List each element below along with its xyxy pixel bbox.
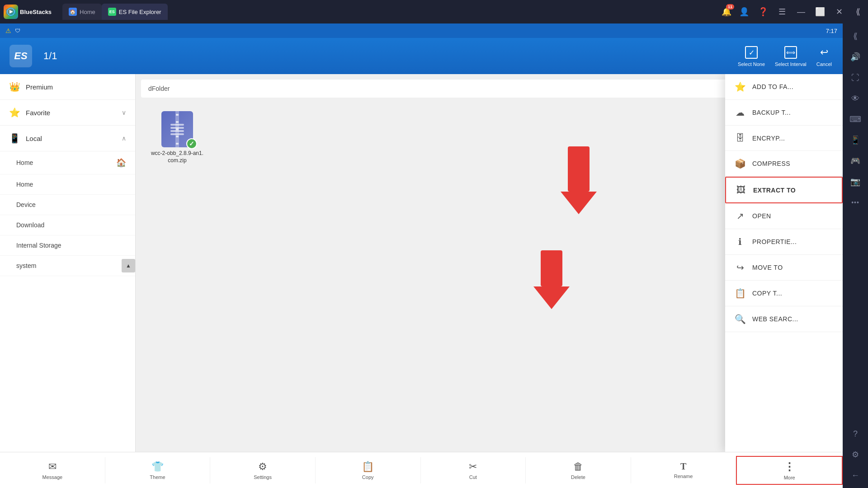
ctx-compress[interactable]: 📦 COMPRESS [725,151,843,177]
theme-icon: 👕 [151,461,164,473]
context-menu: ⭐ ADD TO FA... ☁ BACKUP T... 🗄 ENCRYP... [725,74,843,452]
favorite-chevron-icon: ∨ [122,109,126,116]
sidebar-item-system[interactable]: system ▲ [0,256,135,276]
bs-fullscreen-icon[interactable]: ⛶ [846,69,864,87]
account-icon[interactable]: 👤 [738,5,750,18]
local-icon: 📱 [9,133,20,144]
status-time: 7:17 [826,28,837,34]
delete-icon: 🗑 [573,461,583,473]
rename-button[interactable]: T Rename [631,458,736,483]
select-none-icon: ✓ [744,45,759,60]
bs-phone-icon[interactable]: 📱 [846,131,864,149]
ctx-move-icon: ↪ [734,262,746,273]
header-actions: ✓ Select None ⟺ Select Interval ↩ [734,43,835,69]
ctx-move-to[interactable]: ↪ MOVE TO [725,255,843,281]
file-selected-badge: ✓ [186,138,197,149]
home-tab-icon: 🏠 [69,8,77,16]
ctx-search-icon: 🔍 [734,314,746,324]
ctx-open-icon: ↗ [734,211,746,221]
settings-button[interactable]: ⚙ Settings [210,457,316,483]
tab-es-file-explorer[interactable]: ES ES File Explorer [102,4,168,20]
bs-camera-icon[interactable]: 📷 [846,173,864,191]
sidebar-item-home2[interactable]: Home [0,174,135,195]
notification-bell[interactable]: 🔔 11 [722,7,731,17]
android-status-bar: ⚠ 🛡 7:17 [0,23,843,38]
nav-sidebar: 👑 Premium ⭐ Favorite ∨ 📱 Local ∧ [0,74,136,452]
notification-count: 11 [726,4,734,9]
local-chevron-icon: ∧ [122,135,126,142]
more-icon: ⋮ [784,460,795,473]
select-interval-button[interactable]: ⟺ Select Interval [771,43,810,69]
cancel-button[interactable]: ↩ Cancel [813,43,835,69]
current-path: dFolder [148,85,170,92]
file-name-label: wcc-2-obb_2.8.9-an1.com.zip [150,150,204,164]
collapse-icon[interactable]: ⟪ [852,5,864,18]
bs-more-dots-icon[interactable]: ••• [846,193,864,211]
bottom-toolbar: ✉ Message 👕 Theme ⚙ Settings 📋 Copy ✂ [0,452,843,488]
ctx-extract-to[interactable]: 🖼 EXTRACT TO [725,177,843,203]
delete-button[interactable]: 🗑 Delete [526,457,631,483]
bluestacks-logo: BlueStacks [4,5,59,19]
sidebar-item-home1[interactable]: Home 🏠 [0,151,135,174]
ctx-backup[interactable]: ☁ BACKUP T... [725,100,843,126]
close-button[interactable]: ✕ [833,5,845,18]
select-interval-icon: ⟺ [783,45,798,60]
file-item-zip[interactable]: ✓ wcc-2-obb_2.8.9-an1.com.zip [146,107,209,169]
ctx-properties-icon: ℹ [734,236,746,247]
sidebar-item-local[interactable]: 📱 Local ∧ [0,126,135,151]
ctx-open[interactable]: ↗ OPEN [725,203,843,229]
es-tab-icon: ES [108,8,116,16]
bs-gamepad-icon[interactable]: 🎮 [846,152,864,170]
bs-help-icon[interactable]: ? [846,425,864,443]
title-bar-controls: 🔔 11 👤 ❓ ☰ — ⬜ ✕ ⟪ [722,5,864,18]
favorite-icon: ⭐ [9,107,20,118]
sidebar-item-device[interactable]: Device [0,195,135,215]
bs-volume-icon[interactable]: 🔊 [846,48,864,66]
copy-icon: 📋 [362,461,374,473]
copy-button[interactable]: 📋 Copy [316,457,421,483]
ctx-copy-to[interactable]: 📋 COPY T... [725,281,843,306]
message-button[interactable]: ✉ Message [0,457,105,483]
message-icon: ✉ [48,461,57,473]
minimize-button[interactable]: — [795,5,807,18]
ctx-properties[interactable]: ℹ PROPERTIE... [725,229,843,255]
bluestacks-name: BlueStacks [20,9,52,15]
shield-icon: 🛡 [15,28,20,34]
ctx-encrypt-icon: 🗄 [734,133,746,143]
restore-button[interactable]: ⬜ [814,5,826,18]
cancel-icon: ↩ [817,45,831,60]
rename-icon: T [680,461,686,472]
ctx-backup-icon: ☁ [734,107,746,118]
menu-icon[interactable]: ☰ [776,5,788,18]
select-none-button[interactable]: ✓ Select None [734,43,769,69]
title-bar: BlueStacks 🏠 Home ES ES File Explorer 🔔 … [0,0,868,23]
sidebar-item-premium[interactable]: 👑 Premium [0,74,135,100]
arrow-annotation-2 [533,250,570,309]
bs-back-icon[interactable]: ← [846,466,864,484]
bs-keyboard-icon[interactable]: ⌨ [846,110,864,128]
bs-collapse-icon[interactable]: ⟪ [846,27,864,45]
tab-home[interactable]: 🏠 Home [62,4,102,20]
ctx-copy-icon: 📋 [734,288,746,299]
more-button[interactable]: ⋮ More [736,456,843,485]
help-icon[interactable]: ❓ [757,5,769,18]
sidebar-item-internal-storage[interactable]: Internal Storage [0,235,135,256]
bs-eye-icon[interactable]: 👁 [846,89,864,108]
sidebar-item-favorite[interactable]: ⭐ Favorite ∨ [0,100,135,126]
status-bar-left: ⚠ 🛡 [5,27,20,34]
settings-icon: ⚙ [258,461,267,473]
theme-button[interactable]: 👕 Theme [105,457,211,483]
scroll-up-button[interactable]: ▲ [122,259,135,272]
bs-gear-icon[interactable]: ⚙ [846,446,864,464]
sidebar-item-download[interactable]: Download [0,215,135,235]
cut-button[interactable]: ✂ Cut [421,457,526,483]
ctx-encrypt[interactable]: 🗄 ENCRYP... [725,126,843,151]
ctx-compress-icon: 📦 [734,158,746,169]
es-logo-text: ES [9,45,32,67]
ctx-web-search[interactable]: 🔍 WEB SEARC... [725,306,843,332]
item-count: 1/1 [43,50,57,62]
warning-icon: ⚠ [5,27,11,34]
ctx-add-favorite[interactable]: ⭐ ADD TO FA... [725,74,843,100]
cut-icon: ✂ [469,461,477,473]
es-logo: ES [7,42,34,70]
